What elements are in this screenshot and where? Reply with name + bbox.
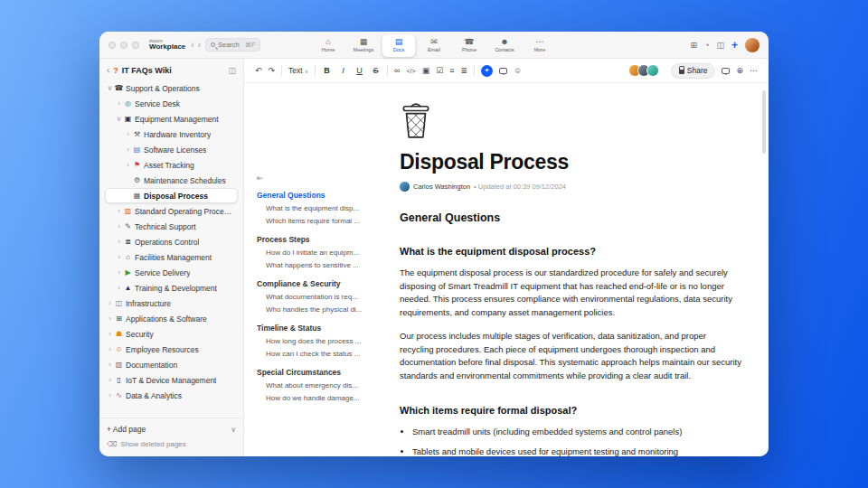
document[interactable]: Disposal Process Carlos Washington • Upd… bbox=[382, 83, 769, 456]
sidebar-item-standard-operating-procedures[interactable]: › ▥ Standard Operating Procedures bbox=[105, 203, 238, 219]
close-button[interactable] bbox=[108, 42, 116, 49]
checklist-icon[interactable]: ☑ bbox=[436, 66, 443, 75]
sidebar-item-applications-software[interactable]: › ⊞ Applications & Software bbox=[105, 311, 238, 326]
chevron-right-icon[interactable]: › bbox=[106, 345, 114, 353]
chevron-right-icon[interactable]: › bbox=[106, 361, 114, 369]
toc-section[interactable]: Timeline & Status bbox=[257, 322, 378, 334]
chevron-right-icon[interactable]: › bbox=[115, 238, 123, 246]
add-page-button[interactable]: + Add page ∨ bbox=[107, 422, 236, 436]
tab-docs[interactable]: ▤ Docs bbox=[382, 34, 416, 57]
link-icon[interactable]: ∞ bbox=[394, 66, 400, 75]
underline-button[interactable]: U bbox=[354, 66, 364, 75]
sidebar-item-security[interactable]: › ☗ Security bbox=[105, 326, 238, 342]
tab-more[interactable]: ⋯ More bbox=[524, 34, 557, 57]
fullscreen-button[interactable] bbox=[132, 42, 139, 49]
chevron-down-icon[interactable]: ∨ bbox=[231, 426, 236, 434]
toc-item[interactable]: Which items require formal ... bbox=[257, 214, 378, 227]
sidebar-item-documentation[interactable]: › ▧ Documentation bbox=[105, 357, 238, 372]
collaborator-avatar[interactable] bbox=[646, 64, 659, 77]
minimize-button[interactable] bbox=[120, 42, 127, 49]
undo-icon[interactable]: ↶ bbox=[255, 66, 262, 75]
sidebar-item-technical-support[interactable]: › ✎ Technical Support bbox=[105, 219, 238, 234]
sidebar-item-training-development[interactable]: › ▲ Training & Development bbox=[105, 280, 238, 296]
italic-button[interactable]: I bbox=[338, 66, 348, 75]
globe-icon[interactable]: ⊕ bbox=[736, 66, 743, 75]
toc-collapse-icon[interactable]: ⇤ bbox=[257, 174, 378, 183]
back-icon[interactable]: ‹ bbox=[107, 65, 109, 75]
toc-section[interactable]: Special Circumstances bbox=[257, 366, 378, 379]
strikethrough-button[interactable]: S bbox=[371, 66, 381, 75]
sidebar-item-infrastructure[interactable]: › ◫ Infrastructure bbox=[105, 296, 238, 311]
chevron-right-icon[interactable]: › bbox=[124, 130, 132, 138]
tab-meetings[interactable]: ▦ Meetings bbox=[347, 34, 381, 57]
sidebar-item-asset-tracking[interactable]: › ⚑ Asset Tracking bbox=[105, 157, 238, 173]
toc-item[interactable]: What happens to sensitive ... bbox=[257, 258, 378, 271]
search-input[interactable] bbox=[218, 41, 242, 49]
align-icon[interactable]: ≣ bbox=[461, 66, 468, 75]
chevron-right-icon[interactable]: › bbox=[124, 161, 132, 169]
code-icon[interactable]: </> bbox=[407, 68, 416, 74]
emoji-icon[interactable]: ☺ bbox=[514, 66, 522, 75]
sidebar-item-support-operations[interactable]: ∨ ☎ Support & Operations bbox=[105, 80, 238, 96]
chevron-right-icon[interactable]: › bbox=[115, 207, 123, 215]
sidebar-item-facilities-management[interactable]: › ⌂ Facilities Management bbox=[105, 249, 238, 265]
sidebar-item-equipment-management[interactable]: ∨ ▣ Equipment Management bbox=[105, 111, 238, 127]
toc-item[interactable]: What about emergency dis... bbox=[257, 379, 378, 391]
sidebar-collapse-icon[interactable]: ◫ bbox=[228, 66, 236, 75]
chevron-right-icon[interactable]: › bbox=[115, 253, 123, 261]
bold-button[interactable]: B bbox=[322, 66, 332, 75]
chevron-right-icon[interactable]: › bbox=[115, 284, 123, 292]
sidebar-item-service-desk[interactable]: › ◎ Service Desk bbox=[105, 96, 238, 111]
sidebar-item-data-analytics[interactable]: › ∿ Data & Analytics bbox=[105, 388, 238, 403]
sidebar-item-operations-control[interactable]: › ≣ Operations Control bbox=[105, 234, 238, 249]
toc-item[interactable]: Who handles the physical di... bbox=[257, 303, 378, 315]
toc-item[interactable]: How do we handle damage... bbox=[257, 391, 378, 404]
user-avatar[interactable] bbox=[745, 38, 760, 52]
tab-contacts[interactable]: ☻ Contacts bbox=[488, 34, 522, 57]
tab-home[interactable]: ⌂ Home bbox=[312, 34, 345, 57]
toc-item[interactable]: What is the equipment disp... bbox=[257, 202, 378, 214]
sidebar-item-software-licenses[interactable]: › ▤ Software Licenses bbox=[105, 142, 238, 157]
new-button[interactable]: + bbox=[731, 39, 738, 52]
scrollbar[interactable] bbox=[762, 90, 766, 154]
apps-grid-icon[interactable]: ⊞ bbox=[690, 41, 697, 50]
comment-icon[interactable] bbox=[499, 68, 507, 74]
chevron-right-icon[interactable]: › bbox=[106, 376, 114, 384]
sidebar-item-maintenance-schedules[interactable]: ⚙ Maintenance Schedules bbox=[105, 173, 238, 188]
sidebar-item-service-delivery[interactable]: › ▶ Service Delivery bbox=[105, 265, 238, 280]
sidebar-item-iot-device-management[interactable]: › ▯ IoT & Device Management bbox=[105, 372, 238, 388]
chevron-right-icon[interactable]: › bbox=[115, 99, 123, 108]
search-box[interactable]: ⌘F bbox=[205, 38, 260, 52]
sidebar-item-employee-resources[interactable]: › ☺ Employee Resources bbox=[105, 342, 238, 357]
chevron-down-icon[interactable]: ∨ bbox=[106, 84, 114, 92]
chevron-right-icon[interactable]: › bbox=[124, 145, 132, 154]
toc-section[interactable]: General Questions bbox=[257, 189, 378, 202]
forward-button[interactable]: › bbox=[198, 40, 201, 50]
toc-item[interactable]: How can I check the status ... bbox=[257, 347, 378, 360]
panel-toggle-icon[interactable]: ◫ bbox=[716, 41, 724, 50]
toc-item[interactable]: How do I initiate an equipm... bbox=[257, 246, 378, 258]
sidebar-item-disposal-process[interactable]: ▦ Disposal Process bbox=[105, 188, 238, 203]
format-dropdown[interactable]: Text ∨ bbox=[288, 66, 308, 75]
tab-email[interactable]: ✉ Email bbox=[418, 34, 451, 57]
chevron-right-icon[interactable]: › bbox=[115, 222, 123, 230]
ai-companion-button[interactable]: ✦ bbox=[481, 65, 493, 77]
chevron-right-icon[interactable]: › bbox=[106, 391, 114, 399]
chevron-right-icon[interactable]: › bbox=[106, 330, 114, 338]
toc-section[interactable]: Compliance & Security bbox=[257, 277, 378, 290]
chevron-down-icon[interactable]: ∨ bbox=[115, 115, 123, 123]
chevron-right-icon[interactable]: › bbox=[115, 268, 123, 277]
notifications-icon[interactable]: ◔ bbox=[704, 41, 709, 50]
toc-item[interactable]: What documentation is req... bbox=[257, 290, 378, 303]
chevron-right-icon[interactable]: › bbox=[106, 314, 114, 323]
redo-icon[interactable]: ↷ bbox=[269, 66, 276, 75]
chevron-right-icon[interactable]: › bbox=[106, 299, 114, 307]
show-deleted-pages-button[interactable]: ⌫ Show deleted pages bbox=[107, 436, 236, 451]
toc-section[interactable]: Process Steps bbox=[257, 233, 378, 246]
back-button[interactable]: ‹ bbox=[191, 40, 193, 50]
share-button[interactable]: Share bbox=[671, 63, 716, 79]
media-icon[interactable]: ▣ bbox=[422, 66, 430, 75]
comments-panel-icon[interactable] bbox=[722, 68, 730, 74]
sidebar-item-hardware-inventory[interactable]: › ⚒ Hardware Inventory bbox=[105, 127, 238, 142]
more-options-icon[interactable]: ⋯ bbox=[750, 66, 758, 75]
